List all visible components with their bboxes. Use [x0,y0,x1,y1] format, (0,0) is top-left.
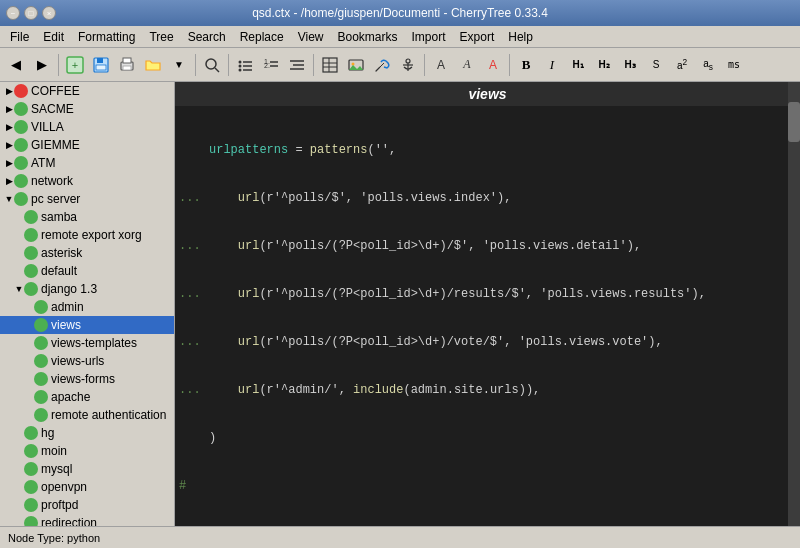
sidebar-item-label: remote export xorg [41,228,142,242]
statusbar: Node Type: python [0,526,800,548]
menu-view[interactable]: View [292,29,330,45]
menu-replace[interactable]: Replace [234,29,290,45]
dropdown-button[interactable]: ▼ [167,53,191,77]
toolbar-sep-3 [228,54,229,76]
small-button[interactable]: S [644,53,668,77]
sidebar-item-label: redirection [41,516,97,526]
svg-point-10 [239,60,242,63]
font-italic-button[interactable]: A [455,53,479,77]
menu-tree[interactable]: Tree [143,29,179,45]
image-button[interactable] [344,53,368,77]
sidebar-item-pc-server[interactable]: ▼ pc server [0,190,174,208]
sidebar-item-django[interactable]: ▼ django 1.3 [0,280,174,298]
forward-button[interactable]: ▶ [30,53,54,77]
print-button[interactable] [115,53,139,77]
tree-arrow: ▶ [4,176,14,186]
node-icon [24,444,38,458]
sidebar-item-apache[interactable]: apache [0,388,174,406]
mono-button[interactable]: ms [722,53,746,77]
menu-import[interactable]: Import [406,29,452,45]
node-icon [34,372,48,386]
scrollbar-thumb[interactable] [788,102,800,142]
sidebar-item-remote-export-xorg[interactable]: remote export xorg [0,226,174,244]
sidebar-item-views-templates[interactable]: views-templates [0,334,174,352]
sidebar-item-mysql[interactable]: mysql [0,460,174,478]
list-unordered-button[interactable] [233,53,257,77]
sidebar-item-label: network [31,174,73,188]
sidebar-item-views[interactable]: views [0,316,174,334]
superscript-button[interactable]: a2 [670,53,694,77]
sidebar-item-label: moin [41,444,67,458]
svg-line-9 [215,68,219,72]
menu-help[interactable]: Help [502,29,539,45]
minimize-button[interactable]: − [6,6,20,20]
node-icon [14,102,28,116]
menu-export[interactable]: Export [454,29,501,45]
code-scrollbar[interactable] [788,82,800,526]
link-button[interactable] [370,53,394,77]
close-button[interactable]: × [42,6,56,20]
menu-bookmarks[interactable]: Bookmarks [331,29,403,45]
svg-rect-6 [123,58,131,63]
menu-search[interactable]: Search [182,29,232,45]
new-node-button[interactable]: + [63,53,87,77]
sidebar-item-coffee[interactable]: ▶ COFFEE [0,82,174,100]
tree-arrow: ▶ [4,122,14,132]
font-normal-button[interactable]: A [429,53,453,77]
sidebar-item-label: GIEMME [31,138,80,152]
sidebar-item-views-forms[interactable]: views-forms [0,370,174,388]
sidebar-item-samba[interactable]: samba [0,208,174,226]
sidebar-item-remote-auth[interactable]: remote authentication [0,406,174,424]
h2-button[interactable]: H₂ [592,53,616,77]
sidebar-item-giemme[interactable]: ▶ GIEMME [0,136,174,154]
sidebar-item-hg[interactable]: hg [0,424,174,442]
bold-button[interactable]: B [514,53,538,77]
sidebar-item-asterisk[interactable]: asterisk [0,244,174,262]
code-line: ... url(r'^polls/$', 'polls.views.index'… [175,190,800,206]
node-icon [24,426,38,440]
sidebar-item-atm[interactable]: ▶ ATM [0,154,174,172]
maximize-button[interactable]: □ [24,6,38,20]
sidebar-item-moin[interactable]: moin [0,442,174,460]
sidebar-item-sacme[interactable]: ▶ SACME [0,100,174,118]
sidebar-item-proftpd[interactable]: proftpd [0,496,174,514]
toolbar-sep-5 [424,54,425,76]
sidebar-item-label: django 1.3 [41,282,97,296]
sidebar-tree[interactable]: ▶ COFFEE ▶ SACME ▶ VILLA ▶ GIEMME ▶ ATM [0,82,175,526]
h1-button[interactable]: H₁ [566,53,590,77]
sidebar-item-label: VILLA [31,120,64,134]
code-line: ... url(r'^polls/(?P<poll_id>\d+)/vote/$… [175,334,800,350]
sidebar-item-views-urls[interactable]: views-urls [0,352,174,370]
h3-button[interactable]: H₃ [618,53,642,77]
back-button[interactable]: ◀ [4,53,28,77]
menu-file[interactable]: File [4,29,35,45]
save-button[interactable] [89,53,113,77]
menu-edit[interactable]: Edit [37,29,70,45]
node-icon [24,516,38,526]
italic-button[interactable]: I [540,53,564,77]
tree-arrow: ▶ [4,158,14,168]
sidebar-item-network[interactable]: ▶ network [0,172,174,190]
sidebar-item-villa[interactable]: ▶ VILLA [0,118,174,136]
open-button[interactable] [141,53,165,77]
indent-button[interactable] [285,53,309,77]
node-icon [24,246,38,260]
sidebar-item-admin[interactable]: admin [0,298,174,316]
sidebar-item-redirection[interactable]: redirection [0,514,174,526]
anchor-button[interactable] [396,53,420,77]
list-ordered-button[interactable]: 1.2. [259,53,283,77]
code-content[interactable]: urlpatterns = patterns('', ... url(r'^po… [175,106,800,526]
font-color-button[interactable]: A [481,53,505,77]
search-button[interactable] [200,53,224,77]
code-title: views [175,82,800,106]
table-button[interactable] [318,53,342,77]
window-controls[interactable]: − □ × [6,6,56,20]
node-icon [24,210,38,224]
menu-formatting[interactable]: Formatting [72,29,141,45]
subscript-button[interactable]: as [696,53,720,77]
sidebar-item-label: mysql [41,462,72,476]
code-editor[interactable]: views urlpatterns = patterns('', ... url… [175,82,800,526]
sidebar-item-default[interactable]: default [0,262,174,280]
svg-text:2.: 2. [264,62,270,69]
sidebar-item-openvpn[interactable]: openvpn [0,478,174,496]
